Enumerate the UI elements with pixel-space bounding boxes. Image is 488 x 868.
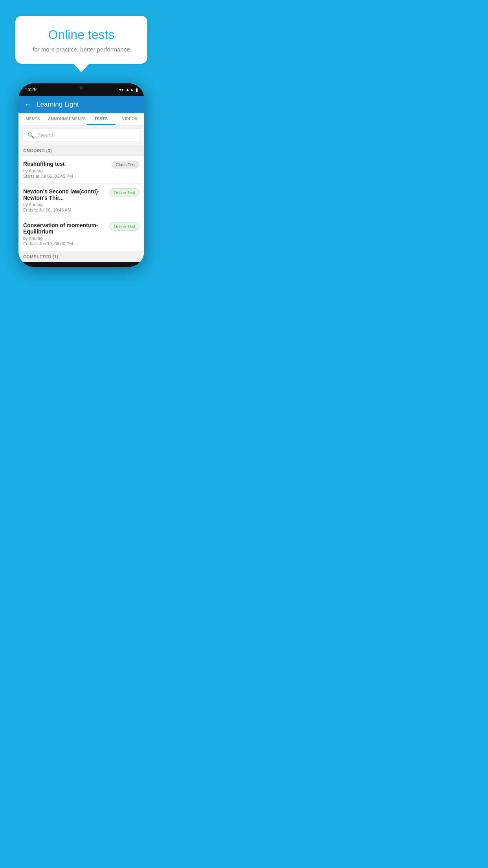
test-badge-conservation: Online Test: [109, 222, 139, 231]
phone-wrapper: 14:29 ▾▾ ▲▲ ▮ ← Learning Light MENTS: [13, 83, 150, 267]
test-item-reshuffling[interactable]: Reshuffling test by Anurag Starts at Jul…: [18, 156, 144, 184]
status-icons: ▾▾ ▲▲ ▮: [119, 87, 138, 92]
status-time: 14:29: [25, 87, 37, 92]
test-time-reshuffling: Starts at Jul 05, 05:45 PM: [23, 174, 108, 178]
tab-ments[interactable]: MENTS: [18, 113, 47, 125]
app-bar: ← Learning Light: [18, 96, 144, 113]
notch: [68, 83, 95, 92]
tab-announcements[interactable]: ANNOUNCEMENTS: [47, 113, 87, 125]
tab-tests[interactable]: TESTS: [87, 113, 116, 125]
test-time-newton: Ends at Jul 06, 10:45 AM: [23, 208, 106, 212]
status-bar: 14:29 ▾▾ ▲▲ ▮: [18, 83, 144, 96]
test-author-conservation: by Anurag: [23, 236, 106, 241]
test-badge-newton: Online Test: [109, 188, 139, 197]
promo-bubble: Online tests for more practice, better p…: [15, 16, 148, 64]
test-author-reshuffling: by Anurag: [23, 168, 108, 173]
app-title: Learning Light: [37, 101, 79, 108]
phone-screen: ← Learning Light MENTS ANNOUNCEMENTS TES…: [18, 96, 144, 262]
test-name-reshuffling: Reshuffling test: [23, 161, 108, 167]
test-badge-reshuffling: Class Test: [112, 161, 139, 169]
search-container: 🔍 Search: [18, 125, 144, 145]
battery-icon: ▮: [136, 87, 138, 92]
test-item-newton[interactable]: Newton's Second law(contd)-Newton's Thir…: [18, 184, 144, 217]
bottom-bezel: [18, 262, 144, 267]
section-completed: COMPLETED (1): [18, 251, 144, 262]
phone-device: 14:29 ▾▾ ▲▲ ▮ ← Learning Light MENTS: [18, 83, 144, 267]
camera: [79, 86, 83, 90]
search-icon: 🔍: [28, 132, 34, 138]
bubble-title: Online tests: [27, 28, 136, 42]
tab-bar: MENTS ANNOUNCEMENTS TESTS VIDEOS: [18, 113, 144, 125]
signal-icon: ▲▲: [125, 87, 134, 92]
back-button[interactable]: ←: [24, 100, 32, 109]
test-info-conservation: Conservation of momentum-Equilibrium by …: [23, 222, 109, 246]
bubble-subtitle: for more practice, better performance: [27, 46, 136, 53]
wifi-icon: ▾▾: [119, 87, 124, 92]
tab-videos[interactable]: VIDEOS: [116, 113, 144, 125]
search-bar[interactable]: 🔍 Search: [22, 129, 140, 142]
test-author-newton: by Anurag: [23, 202, 106, 207]
test-info-reshuffling: Reshuffling test by Anurag Starts at Jul…: [23, 161, 112, 178]
test-info-newton: Newton's Second law(contd)-Newton's Thir…: [23, 188, 109, 212]
search-placeholder: Search: [37, 132, 55, 138]
test-name-newton: Newton's Second law(contd)-Newton's Thir…: [23, 188, 106, 201]
test-name-conservation: Conservation of momentum-Equilibrium: [23, 222, 106, 235]
test-time-conservation: Ends at Jun 10, 06:00 PM: [23, 241, 106, 246]
test-item-conservation[interactable]: Conservation of momentum-Equilibrium by …: [18, 217, 144, 251]
section-ongoing: ONGOING (3): [18, 145, 144, 156]
